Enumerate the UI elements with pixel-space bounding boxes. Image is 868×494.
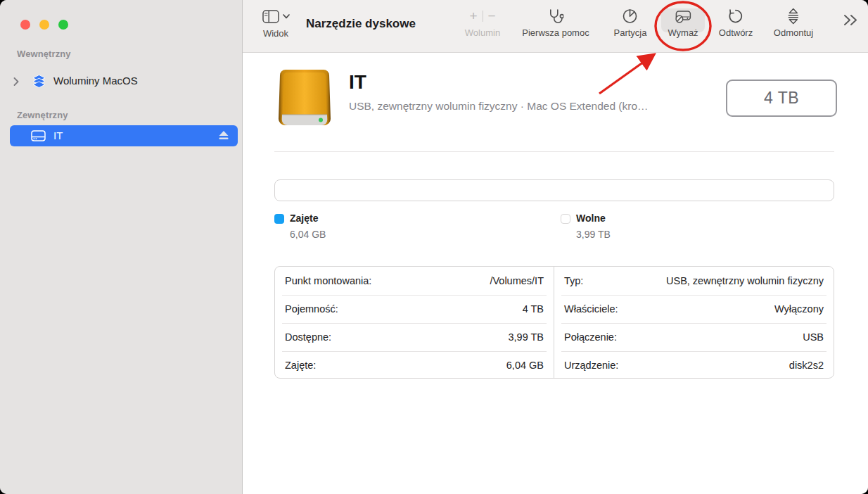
table-row: Urządzenie: disk2s2 [554,351,834,379]
usage-bar [274,179,834,201]
details-table: Punkt montowania: /Volumes/IT Pojemność:… [274,266,834,379]
toolbar-button-erase[interactable]: Wymaż [668,8,698,38]
toolbar-button-first-aid[interactable]: Pierwsza pomoc [522,8,589,38]
legend-used: Zajęte 6,04 GB [274,213,326,240]
table-row: Punkt montowania: /Volumes/IT [275,267,554,295]
volume-stack-icon [32,75,46,88]
legend-free-value: 3,99 TB [576,229,611,240]
toolbar-button-unmount[interactable]: Odmontuj [774,8,813,38]
sidebar-section-external: Zewnętrzny [17,110,68,120]
table-row: Zajęte: 6,04 GB [275,351,554,379]
eject-icon[interactable] [219,131,229,140]
restore-arrow-icon [728,8,743,25]
disclosure-chevron-icon[interactable] [13,77,19,86]
stethoscope-icon [548,8,564,25]
toolbar-button-restore[interactable]: Odtwórz [719,8,753,38]
volume-size-badge: 4 TB [726,80,837,117]
legend-used-label: Zajęte [290,213,326,224]
toolbar-button-volume[interactable]: +− Wolumin [465,8,500,38]
details-column-left: Punkt montowania: /Volumes/IT Pojemność:… [275,267,554,378]
table-row: Pojemność: 4 TB [275,295,554,323]
table-row: Połączenie: USB [554,323,834,351]
table-row: Właściciele: Wyłączony [554,295,834,323]
volume-name: IT [349,71,366,94]
pie-chart-icon [623,8,638,25]
main-content: IT USB, zewnętrzny wolumin fizyczny · Ma… [243,53,868,494]
table-row: Dostępne: 3,99 TB [275,323,554,351]
header-divider [274,151,834,152]
double-chevron-right-icon [843,14,858,26]
traffic-light-minimize-button[interactable] [39,20,49,30]
sidebar-item-woluminy-macos[interactable]: Woluminy MacOS [0,70,243,91]
used-color-swatch-icon [274,214,284,224]
traffic-light-zoom-button[interactable] [58,20,68,30]
external-drive-icon [31,130,46,141]
view-button-label: Widok [256,28,295,39]
view-button[interactable]: Widok [256,8,295,39]
unmount-stack-icon [786,8,801,25]
toolbar-button-partition[interactable]: Partycja [614,8,647,38]
sidebar-item-it-selected[interactable]: IT [10,125,238,146]
sidebar-item-label: Woluminy MacOS [53,70,138,91]
window-title: Narzędzie dyskowe [306,17,416,31]
sidebar-section-internal: Wewnętrzny [17,49,71,59]
erase-drive-icon [674,8,693,25]
legend-used-value: 6,04 GB [290,229,326,240]
volume-subtitle: USB, zewnętrzny wolumin fizyczny · Mac O… [349,100,715,113]
legend-free: Wolne 3,99 TB [561,213,611,240]
details-column-right: Typ: USB, zewnętrzny wolumin fizyczny Wł… [554,267,834,378]
sidebar-item-label: IT [53,125,63,146]
sidebar-toggle-icon [262,10,279,23]
toolbar-overflow-button[interactable] [843,14,858,26]
disk-utility-window: Wewnętrzny Woluminy MacOS Zewnętrzny [0,0,868,494]
plus-minus-icon: +− [469,8,495,25]
table-row: Typ: USB, zewnętrzny wolumin fizyczny [554,267,834,295]
chevron-down-icon [283,14,290,19]
free-color-swatch-icon [561,214,570,224]
traffic-light-close-button[interactable] [20,20,30,30]
orange-external-drive-icon [276,68,333,130]
toolbar: Widok Narzędzie dyskowe +− Wolumin Pierw… [243,0,868,53]
sidebar: Wewnętrzny Woluminy MacOS Zewnętrzny [0,0,243,494]
legend-free-label: Wolne [576,213,611,224]
